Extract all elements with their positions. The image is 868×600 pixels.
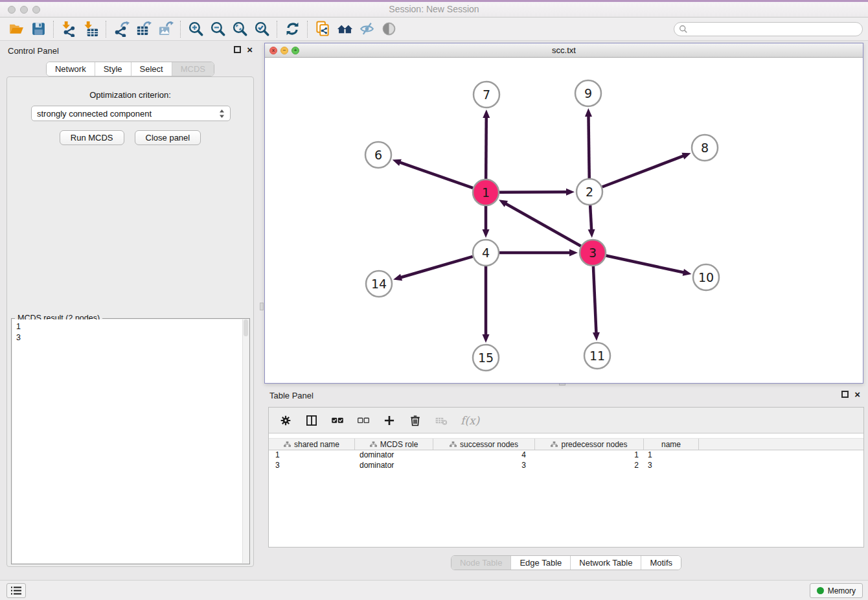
- export-image-button[interactable]: [154, 19, 176, 39]
- tab-network[interactable]: Network: [47, 62, 95, 76]
- refresh-layout-button[interactable]: [281, 19, 303, 39]
- task-list-icon: [11, 586, 21, 595]
- table-settings-icon[interactable]: [279, 414, 292, 427]
- import-network-button[interactable]: [58, 19, 80, 39]
- tab-mcds[interactable]: MCDS: [172, 62, 214, 76]
- cell-shared-name[interactable]: 1: [269, 450, 355, 461]
- vertical-splitter-grip[interactable]: [260, 303, 264, 310]
- close-panel-button[interactable]: Close panel: [135, 130, 201, 145]
- zoom-in-button[interactable]: [185, 19, 207, 39]
- float-panel-icon[interactable]: [234, 46, 241, 53]
- import-table-button[interactable]: [80, 19, 102, 39]
- export-network-button[interactable]: [110, 19, 132, 39]
- column-header-mcds-role[interactable]: MCDS role: [355, 439, 433, 450]
- duplicate-network-button[interactable]: [312, 19, 334, 39]
- graph-node-10[interactable]: 10: [693, 264, 719, 290]
- export-table-button[interactable]: [132, 19, 154, 39]
- cell-successor-nodes[interactable]: 3: [433, 461, 535, 471]
- mcds-result-text[interactable]: 1 3: [12, 319, 242, 563]
- function-builder-icon[interactable]: f(x): [461, 414, 479, 427]
- control-panel-header: Control Panel ×: [1, 41, 259, 60]
- table-panel-title: Table Panel: [269, 391, 314, 400]
- show-graphics-details-button[interactable]: [378, 19, 400, 39]
- cell-mcds-role[interactable]: dominator: [355, 450, 433, 461]
- task-history-button[interactable]: [6, 583, 26, 598]
- network-window-titlebar[interactable]: x − + scc.txt: [265, 43, 863, 58]
- hide-graphics-details-button[interactable]: [356, 19, 378, 39]
- cell-shared-name[interactable]: 3: [269, 461, 355, 471]
- graph-edge-3-1[interactable]: [505, 203, 581, 246]
- save-session-button[interactable]: [27, 19, 49, 39]
- select-all-checkboxes-icon[interactable]: [331, 414, 344, 427]
- tab-node-table[interactable]: Node Table: [451, 556, 511, 570]
- graph-edge-3-11[interactable]: [593, 266, 597, 334]
- cell-successor-nodes[interactable]: 4: [433, 450, 535, 461]
- home-button[interactable]: [334, 19, 356, 39]
- graph-node-1[interactable]: 1: [473, 179, 499, 205]
- zoom-out-button[interactable]: [207, 19, 229, 39]
- tab-motifs[interactable]: Motifs: [641, 556, 681, 570]
- float-panel-icon[interactable]: [841, 391, 849, 398]
- graph-edge-2-3[interactable]: [590, 205, 591, 231]
- graph-edge-4-14[interactable]: [400, 257, 473, 278]
- graph-node-2[interactable]: 2: [577, 179, 602, 205]
- deselect-all-checkboxes-icon[interactable]: [357, 414, 370, 427]
- graph-edge-arrowhead: [681, 153, 691, 159]
- graph-node-15[interactable]: 15: [473, 345, 499, 371]
- cell-name[interactable]: 1: [644, 450, 699, 461]
- graph-edge-1-6[interactable]: [399, 162, 473, 188]
- criterion-dropdown[interactable]: strongly connected component: [31, 106, 231, 121]
- delete-table-icon[interactable]: [435, 414, 448, 427]
- zoom-fit-button[interactable]: [229, 19, 251, 39]
- application-window: Session: New Session: [0, 0, 868, 600]
- cell-mcds-role[interactable]: dominator: [355, 461, 433, 471]
- tab-select[interactable]: Select: [131, 62, 172, 76]
- column-type-icon: [551, 441, 558, 447]
- save-icon: [30, 21, 47, 37]
- graph-edge-1-7[interactable]: [486, 117, 486, 179]
- graph-edge-arrowhead: [393, 159, 402, 166]
- column-header-name[interactable]: name: [644, 439, 699, 450]
- zoom-selected-button[interactable]: [251, 19, 273, 39]
- graph-node-4[interactable]: 4: [473, 240, 499, 266]
- graph-node-14[interactable]: 14: [366, 271, 392, 297]
- close-panel-icon[interactable]: ×: [854, 390, 860, 398]
- graph-node-6[interactable]: 6: [365, 142, 391, 168]
- graph-edge-arrowhead: [393, 274, 402, 281]
- add-column-icon[interactable]: [383, 414, 396, 427]
- run-mcds-button[interactable]: Run MCDS: [60, 130, 124, 145]
- graph-edge-2-8[interactable]: [602, 156, 685, 187]
- column-layout-icon[interactable]: [305, 414, 318, 427]
- graph-node-7[interactable]: 7: [474, 82, 499, 108]
- open-session-button[interactable]: [5, 19, 27, 39]
- cell-predecessor-nodes[interactable]: 1: [535, 450, 644, 461]
- import-network-icon: [61, 21, 77, 37]
- search-input[interactable]: [674, 22, 863, 36]
- graph-edge-1-2[interactable]: [499, 192, 567, 192]
- graph-edge-2-9[interactable]: [588, 115, 589, 178]
- memory-button[interactable]: Memory: [810, 583, 863, 598]
- table-row[interactable]: 1 dominator 4 1 1: [269, 450, 863, 461]
- graph-node-9[interactable]: 9: [575, 80, 601, 106]
- network-canvas[interactable]: 7968124314101511: [265, 58, 863, 383]
- scrollbar-thumb[interactable]: [244, 319, 248, 336]
- refresh-icon: [284, 21, 301, 37]
- tab-edge-table[interactable]: Edge Table: [510, 556, 570, 570]
- graph-node-8[interactable]: 8: [692, 135, 718, 161]
- node-table-container: f(x) shared name MCDS role successor nod…: [268, 407, 864, 548]
- column-label: shared name: [294, 440, 339, 449]
- tab-network-table[interactable]: Network Table: [570, 556, 641, 570]
- table-row[interactable]: 3 dominator 3 2 3: [269, 461, 863, 471]
- column-header-shared-name[interactable]: shared name: [269, 439, 355, 450]
- delete-column-icon[interactable]: [409, 414, 422, 427]
- graph-node-3[interactable]: 3: [580, 240, 606, 266]
- column-header-successor-nodes[interactable]: successor nodes: [433, 439, 535, 450]
- graph-edge-3-10[interactable]: [606, 255, 685, 272]
- cell-predecessor-nodes[interactable]: 2: [535, 461, 644, 471]
- tab-style[interactable]: Style: [95, 62, 131, 76]
- column-header-predecessor-nodes[interactable]: predecessor nodes: [535, 439, 644, 450]
- cell-name[interactable]: 3: [644, 461, 699, 471]
- result-scrollbar[interactable]: [242, 319, 249, 563]
- close-panel-icon[interactable]: ×: [247, 45, 253, 54]
- graph-node-11[interactable]: 11: [584, 343, 610, 369]
